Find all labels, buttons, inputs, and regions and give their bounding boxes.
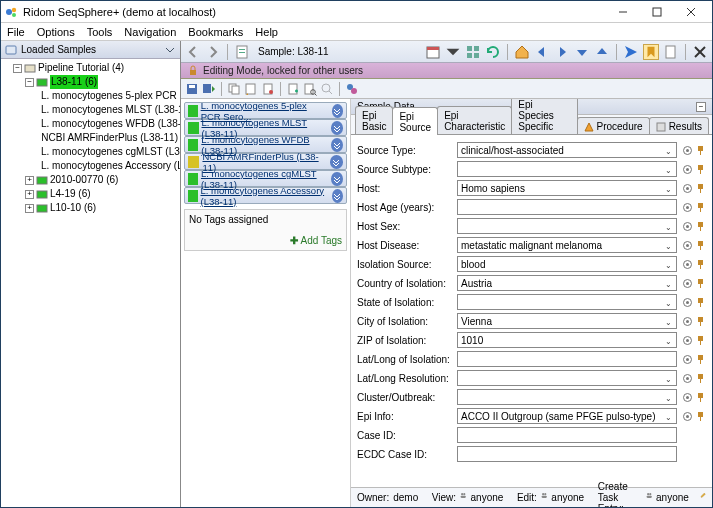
expander-icon[interactable]: − <box>13 64 22 73</box>
grid-icon[interactable] <box>465 44 481 60</box>
scheme-button[interactable]: L. monocytogenes Accessory (L38-11) <box>184 187 347 204</box>
nav-up-icon[interactable] <box>594 44 610 60</box>
field-input[interactable]: ⌄ <box>457 389 677 405</box>
edit-icon[interactable] <box>244 82 258 96</box>
pencil-icon[interactable] <box>700 492 706 504</box>
chevron-down-icon[interactable]: ⌄ <box>662 240 674 252</box>
field-input[interactable]: Austria⌄ <box>457 275 677 291</box>
tree-root[interactable]: −Pipeline Tutorial (4) <box>3 61 178 75</box>
dropdown-icon[interactable] <box>445 44 461 60</box>
new-doc-icon[interactable] <box>286 82 300 96</box>
chevron-down-icon[interactable]: ⌄ <box>662 316 674 328</box>
pin-icon[interactable] <box>695 297 706 308</box>
menu-file[interactable]: File <box>5 26 27 38</box>
refresh-icon[interactable] <box>485 44 501 60</box>
chevron-down-icon[interactable]: ⌄ <box>662 373 674 385</box>
field-input[interactable]: ⌄ <box>457 370 677 386</box>
tree-child[interactable]: NCBI AMRFinderPlus (L38-11) <box>3 131 178 145</box>
gear-icon[interactable] <box>682 411 693 422</box>
calendar-icon[interactable] <box>425 44 441 60</box>
gear-icon[interactable] <box>682 335 693 346</box>
gear-icon[interactable] <box>682 183 693 194</box>
gear-icon[interactable] <box>682 145 693 156</box>
gear-icon[interactable] <box>682 240 693 251</box>
expander-icon[interactable]: − <box>25 78 34 87</box>
menu-tools[interactable]: Tools <box>85 26 115 38</box>
copy-icon[interactable] <box>227 82 241 96</box>
analysis-icon[interactable] <box>345 82 359 96</box>
back-icon[interactable] <box>185 44 201 60</box>
tree-child[interactable]: L. monocytogenes MLST (L38-11) <box>3 103 178 117</box>
field-input[interactable]: ⌄ <box>457 218 677 234</box>
tree-child[interactable]: L. monocytogenes Accessory (L38-1 <box>3 159 178 173</box>
tree-child[interactable]: L. monocytogenes 5-plex PCR Sero <box>3 89 178 103</box>
pin-icon[interactable] <box>695 240 706 251</box>
field-input[interactable]: Vienna⌄ <box>457 313 677 329</box>
gear-icon[interactable] <box>682 164 693 175</box>
nav-right-icon[interactable] <box>554 44 570 60</box>
send-icon[interactable] <box>623 44 639 60</box>
menu-navigation[interactable]: Navigation <box>122 26 178 38</box>
nav-left-icon[interactable] <box>534 44 550 60</box>
gear-icon[interactable] <box>682 373 693 384</box>
pin-icon[interactable] <box>695 373 706 384</box>
close-button[interactable] <box>674 2 708 22</box>
pin-icon[interactable] <box>695 316 706 327</box>
expander-icon[interactable]: + <box>25 190 34 199</box>
tree-child[interactable]: L. monocytogenes cgMLST (L38-11) <box>3 145 178 159</box>
field-input[interactable]: 1010⌄ <box>457 332 677 348</box>
pin-icon[interactable] <box>695 278 706 289</box>
menu-options[interactable]: Options <box>35 26 77 38</box>
pin-icon[interactable] <box>695 335 706 346</box>
tree-sibling[interactable]: +L10-10 (6) <box>3 201 178 215</box>
chevron-down-icon[interactable]: ⌄ <box>662 392 674 404</box>
tab-epi-species-specific[interactable]: Epi Species Specific <box>511 99 577 134</box>
chevron-down-icon[interactable] <box>331 121 343 135</box>
tab-epi-characteristic[interactable]: Epi Characteristic <box>437 106 512 134</box>
chevron-down-icon[interactable] <box>332 104 343 118</box>
tree-selected[interactable]: −L38-11 (6) <box>3 75 178 89</box>
pin-icon[interactable] <box>695 259 706 270</box>
bookmark-icon[interactable] <box>643 44 659 60</box>
search-icon[interactable] <box>320 82 334 96</box>
chevron-down-icon[interactable]: ⌄ <box>662 221 674 233</box>
field-input[interactable]: Homo sapiens⌄ <box>457 180 677 196</box>
attach-icon[interactable] <box>261 82 275 96</box>
field-input[interactable] <box>457 199 677 215</box>
pin-icon[interactable] <box>695 164 706 175</box>
gear-icon[interactable] <box>682 221 693 232</box>
chevron-down-icon[interactable]: ⌄ <box>662 297 674 309</box>
chevron-down-icon[interactable]: ⌄ <box>662 335 674 347</box>
field-input[interactable]: metastatic malignant melanoma⌄ <box>457 237 677 253</box>
field-input[interactable]: ⌄ <box>457 161 677 177</box>
field-input[interactable] <box>457 351 677 367</box>
expander-icon[interactable]: + <box>25 176 34 185</box>
chevron-down-icon[interactable]: ⌄ <box>662 183 674 195</box>
menu-help[interactable]: Help <box>253 26 280 38</box>
tab-procedure[interactable]: Procedure <box>577 117 650 134</box>
toolbar-close-icon[interactable] <box>692 44 708 60</box>
gear-icon[interactable] <box>682 316 693 327</box>
chevron-down-icon[interactable]: ⌄ <box>662 164 674 176</box>
tree-sibling[interactable]: +2010-00770 (6) <box>3 173 178 187</box>
chevron-down-icon[interactable]: ⌄ <box>662 259 674 271</box>
field-input[interactable] <box>457 446 677 462</box>
pin-icon[interactable] <box>695 392 706 403</box>
tab-epi-basic[interactable]: Epi Basic <box>355 106 393 134</box>
pin-icon[interactable] <box>695 202 706 213</box>
save-icon[interactable] <box>185 82 199 96</box>
doc-icon[interactable] <box>663 44 679 60</box>
field-input[interactable]: blood⌄ <box>457 256 677 272</box>
gear-icon[interactable] <box>682 392 693 403</box>
pin-icon[interactable] <box>695 221 706 232</box>
pin-icon[interactable] <box>695 411 706 422</box>
tab-epi-source[interactable]: Epi Source <box>392 107 438 135</box>
gear-icon[interactable] <box>682 354 693 365</box>
gear-icon[interactable] <box>682 202 693 213</box>
field-input[interactable] <box>457 427 677 443</box>
field-input[interactable]: ⌄ <box>457 294 677 310</box>
minimize-button[interactable] <box>606 2 640 22</box>
chevron-down-icon[interactable]: ⌄ <box>662 145 674 157</box>
pin-icon[interactable] <box>695 183 706 194</box>
chevron-down-icon[interactable]: ⌄ <box>662 278 674 290</box>
